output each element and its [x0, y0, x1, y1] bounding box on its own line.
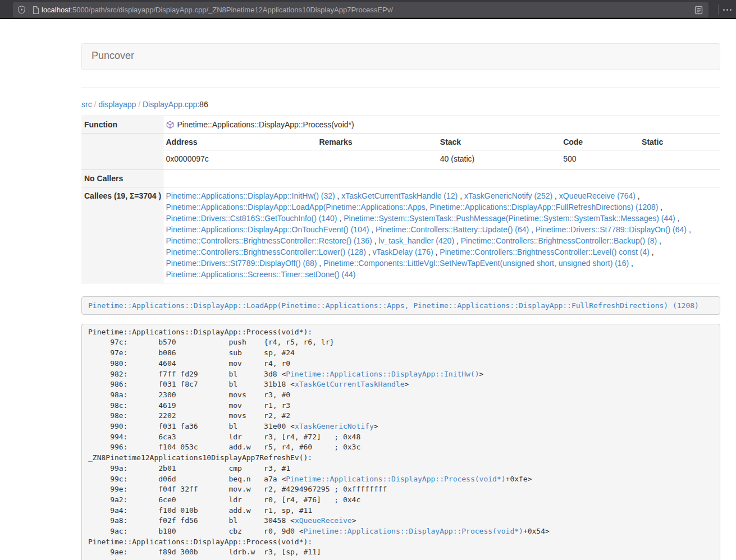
breadcrumb-separator: / [136, 100, 143, 109]
callee-link[interactable]: Pinetime::Controllers::Battery::Update()… [376, 225, 529, 234]
assembly-symbol-link[interactable]: xTaskGetCurrentTaskHandle [295, 380, 405, 388]
url-text[interactable]: localhost:5000/path/src/displayapp/Displ… [42, 6, 694, 14]
page-icon[interactable] [33, 6, 39, 14]
details-column-header: Static [639, 134, 720, 150]
page-content: Puncover src / displayapp / DisplayApp.c… [81, 43, 720, 560]
callee-separator: , [433, 247, 440, 256]
callees-list: Pinetime::Applications::DisplayApp::Init… [163, 187, 720, 283]
callee-link[interactable]: Pinetime::Controllers::BrightnessControl… [440, 247, 649, 256]
callee-separator: , [658, 203, 662, 212]
callee-separator: , [458, 191, 464, 200]
assembly-symbol-link[interactable]: Pinetime::Applications::DisplayApp::Proc… [304, 527, 523, 535]
callee-link[interactable]: xTaskGetCurrentTaskHandle (12) [341, 191, 458, 200]
breadcrumb: src / displayapp / DisplayApp.cpp:86 [81, 99, 720, 110]
details-header-row: AddressRemarksStackCodeStatic [163, 134, 721, 150]
callee-link[interactable]: Pinetime::Applications::Screens::Timer::… [166, 270, 356, 279]
menu-icon[interactable] [723, 9, 732, 11]
callee-link[interactable]: Pinetime::Controllers::BrightnessControl… [166, 236, 372, 245]
callee-link[interactable]: lv_task_handler (420) [378, 236, 454, 245]
function-details-table: AddressRemarksStackCodeStatic 0x0000097c… [163, 134, 721, 167]
callee-link[interactable]: vTaskDelay (176) [373, 247, 433, 256]
callee-link[interactable]: Pinetime::Applications::DisplayApp::Init… [166, 191, 335, 200]
callee-separator: , [317, 259, 323, 268]
details-column-header: Stack [437, 134, 560, 150]
callee-separator: , [529, 225, 536, 234]
callee-link[interactable]: Pinetime::Controllers::BrightnessControl… [166, 247, 366, 256]
callees-label: Callees (19, Σ=3704 ) [81, 187, 163, 283]
breadcrumb-link[interactable]: DisplayApp.cpp [143, 100, 197, 109]
highlighted-callee-box: Pinetime::Applications::DisplayApp::Load… [81, 296, 720, 315]
brand-link[interactable]: Puncover [92, 50, 134, 61]
breadcrumb-link[interactable]: displayapp [98, 100, 136, 109]
callee-link[interactable]: Pinetime::Applications::DisplayApp::Load… [166, 203, 659, 212]
highlighted-callee-link[interactable]: Pinetime::Applications::DisplayApp::Load… [88, 301, 699, 310]
callee-separator: , [369, 225, 376, 234]
details-value-cell [316, 150, 437, 168]
function-details-row: AddressRemarksStackCodeStatic 0x0000097c… [81, 134, 720, 170]
details-value-cell: 0x0000097c [163, 150, 317, 168]
symbol-cube-icon [166, 121, 174, 129]
assembly-symbol-link[interactable]: Pinetime::Applications::DisplayApp::Init… [286, 370, 479, 378]
callee-link[interactable]: Pinetime::Applications::DisplayApp::OnTo… [166, 225, 369, 234]
callee-separator: , [366, 247, 373, 256]
assembly-symbol-link[interactable]: xQueueReceive [295, 516, 352, 525]
url-bar[interactable]: localhost:5000/path/src/displayapp/Displ… [13, 2, 708, 17]
details-column-header: Remarks [316, 134, 437, 150]
function-table: Function Pinetime::Applications::Display… [81, 116, 720, 283]
callers-row: No Callers [81, 170, 720, 187]
urlbar-divider [29, 5, 29, 15]
browser-toolbar: localhost:5000/path/src/displayapp/Displ… [0, 0, 736, 19]
symbol-name: Pinetime::Applications::DisplayApp::Proc… [177, 119, 354, 130]
details-column-header: Code [560, 134, 639, 150]
details-value-cell: 500 [560, 150, 639, 168]
callee-separator: , [372, 236, 379, 245]
callee-link[interactable]: Pinetime::Drivers::Cst816S::GetTouchInfo… [166, 214, 337, 223]
callee-link[interactable]: xQueueReceive (764) [559, 191, 636, 200]
callee-link[interactable]: Pinetime::Drivers::St7789::DisplayOn() (… [536, 225, 687, 234]
details-value-cell: 40 (static) [437, 150, 560, 168]
breadcrumb-line-number: :86 [197, 100, 208, 109]
callee-separator: , [636, 191, 640, 200]
callee-separator: , [657, 236, 661, 245]
callee-link[interactable]: Pinetime::System::SystemTask::PushMessag… [344, 214, 675, 223]
callee-link[interactable]: xTaskGenericNotify (252) [464, 191, 552, 200]
callee-separator: , [629, 259, 633, 268]
brand-panel: Puncover [81, 43, 720, 70]
toolbar-divider [718, 4, 719, 15]
url-path: :5000/path/src/displayapp/DisplayApp.cpp… [70, 6, 393, 14]
callers-label: No Callers [81, 170, 163, 187]
callee-separator: , [337, 214, 344, 223]
details-column-header: Address [163, 134, 317, 150]
url-host: localhost [42, 6, 70, 14]
callee-separator: , [335, 191, 342, 200]
callee-separator: , [687, 225, 691, 234]
callee-separator: , [552, 191, 559, 200]
details-value-row: 0x0000097c40 (static)500 [163, 150, 721, 168]
callees-row: Callees (19, Σ=3704 ) Pinetime::Applicat… [81, 187, 720, 283]
callee-separator: , [675, 214, 680, 223]
callee-link[interactable]: Pinetime::Controllers::BrightnessControl… [461, 236, 657, 245]
divider [81, 87, 720, 88]
function-label: Function [81, 116, 163, 134]
callee-link[interactable]: Pinetime::Drivers::St7789::DisplayOff() … [166, 259, 317, 268]
function-row: Function Pinetime::Applications::Display… [81, 116, 720, 134]
callee-link[interactable]: Pinetime::Components::LittleVgl::SetNewT… [323, 259, 629, 268]
assembly-symbol-link[interactable]: Pinetime::Applications::DisplayApp::Proc… [286, 475, 505, 483]
assembly-symbol-link[interactable]: xTaskGenericNotify [295, 422, 374, 430]
shield-icon[interactable] [18, 6, 25, 14]
breadcrumb-separator: / [92, 100, 99, 109]
details-value-cell [639, 150, 720, 168]
breadcrumb-link[interactable]: src [81, 100, 92, 109]
callee-separator: , [650, 247, 654, 256]
reader-mode-icon[interactable] [694, 6, 703, 15]
callee-separator: , [454, 236, 461, 245]
disassembly-block: Pinetime::Applications::DisplayApp::Proc… [81, 324, 720, 560]
